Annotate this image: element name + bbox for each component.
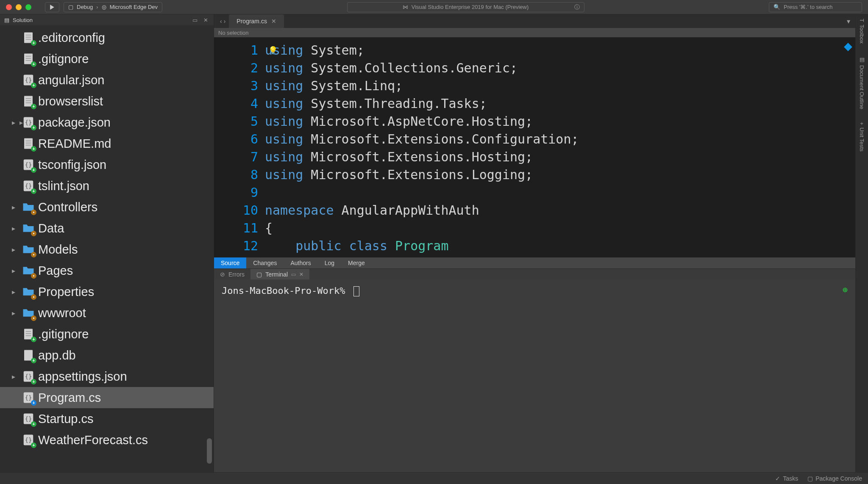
- tab-overflow-button[interactable]: ▾: [842, 14, 855, 28]
- solution-icon: ▤: [4, 17, 9, 23]
- tree-item[interactable]: •Models: [0, 239, 214, 260]
- vcs-badge-icon: +: [31, 146, 36, 152]
- tree-item[interactable]: •Properties: [0, 281, 214, 302]
- editor-breadcrumb[interactable]: No selection: [214, 28, 855, 37]
- svg-text:{}: {}: [25, 373, 32, 380]
- tree-item[interactable]: +README.md: [0, 133, 214, 154]
- lower-tab-source[interactable]: Source: [214, 257, 246, 268]
- tree-item[interactable]: •Pages: [0, 260, 214, 281]
- tab-terminal[interactable]: ▢ Terminal ▭ ✕: [250, 269, 309, 279]
- nav-forward-button[interactable]: ›: [224, 18, 226, 25]
- svg-text:{}: {}: [25, 394, 32, 401]
- terminal-cursor: [353, 286, 359, 296]
- editor-tab-strip: ‹ › Program.cs ✕ ▾: [214, 14, 855, 28]
- code-line[interactable]: public class Program: [265, 237, 855, 255]
- panel-autohide-button[interactable]: ▭: [191, 17, 199, 23]
- debug-config-label: Debug: [77, 4, 93, 10]
- tree-item[interactable]: {}+WeatherForecast.cs: [0, 429, 214, 451]
- svg-text:{}: {}: [25, 183, 32, 189]
- code-line[interactable]: using System.Threading.Tasks;: [265, 95, 855, 113]
- title-pill[interactable]: ⋈ Visual Studio Enterprise 2019 for Mac …: [347, 2, 584, 12]
- tool-label: Document Outline: [859, 65, 865, 109]
- status-package-console[interactable]: ▢ Package Console: [807, 475, 862, 482]
- terminal-panel[interactable]: Jons-MacBook-Pro-Work% ⊕: [214, 279, 855, 472]
- nav-back-button[interactable]: ‹: [220, 18, 222, 25]
- code-editor[interactable]: 💡 123456789101112 using System;using Sys…: [214, 37, 855, 257]
- code-line[interactable]: namespace AngularAppWithAuth: [265, 202, 855, 219]
- lower-tab-merge[interactable]: Merge: [341, 257, 372, 268]
- run-configuration-selector[interactable]: ▢ Debug › ◎ Microsoft Edge Dev: [64, 2, 162, 12]
- status-tasks[interactable]: ✓ Tasks: [775, 475, 798, 482]
- tree-item-label: Program.cs: [38, 391, 101, 405]
- file-icon: +: [22, 30, 35, 45]
- lower-tab-changes[interactable]: Changes: [246, 257, 284, 268]
- run-button[interactable]: [45, 2, 59, 12]
- svg-text:{}: {}: [25, 415, 32, 422]
- box-icon: ▢: [68, 4, 73, 10]
- code-line[interactable]: using Microsoft.Extensions.Configuration…: [265, 130, 855, 148]
- tool-toolbox[interactable]: T Toolbox: [859, 19, 865, 44]
- tree-item[interactable]: +.gitignore: [0, 48, 214, 69]
- json-icon: {}+: [22, 433, 35, 447]
- tree-item[interactable]: {}+tslint.json: [0, 175, 214, 196]
- tree-item[interactable]: +app.db: [0, 345, 214, 366]
- tree-item[interactable]: +.editorconfig: [0, 27, 214, 48]
- tree-item[interactable]: •Controllers: [0, 196, 214, 218]
- tree-item[interactable]: {}+package.json: [0, 112, 214, 133]
- svg-text:{}: {}: [25, 437, 32, 443]
- tab-errors[interactable]: ⊘ Errors: [214, 269, 250, 279]
- line-number: 7: [214, 148, 258, 166]
- window-traffic-lights: [6, 4, 31, 10]
- bottom-panel-tabs: ⊘ Errors ▢ Terminal ▭ ✕: [214, 268, 855, 279]
- source-control-tabs: SourceChangesAuthorsLogMerge: [214, 257, 855, 268]
- tree-item-label: Properties: [38, 285, 94, 299]
- breadcrumb-separator: ›: [96, 4, 98, 10]
- code-line[interactable]: [265, 184, 855, 202]
- vcs-badge-icon: •: [31, 273, 36, 279]
- zoom-window-button[interactable]: [25, 4, 31, 10]
- code-line[interactable]: using System.Collections.Generic;: [265, 59, 855, 77]
- svg-text:{}: {}: [25, 77, 32, 83]
- tree-item[interactable]: •wwwroot: [0, 302, 214, 324]
- code-content[interactable]: using System;using System.Collections.Ge…: [265, 37, 855, 257]
- solution-explorer-panel: ▤ Solution ▭ ✕ +.editorconfig+.gitignore…: [0, 14, 214, 472]
- code-line[interactable]: using System.Linq;: [265, 77, 855, 95]
- lower-tab-authors[interactable]: Authors: [284, 257, 317, 268]
- svg-text:{}: {}: [25, 119, 32, 126]
- line-number: 9: [214, 184, 258, 202]
- tree-item[interactable]: •Data: [0, 218, 214, 239]
- terminal-add-button[interactable]: ⊕: [843, 285, 848, 295]
- global-search-input[interactable]: 🔍 Press '⌘.' to search: [769, 2, 862, 12]
- vcs-badge-icon: +: [31, 61, 36, 67]
- code-line[interactable]: using Microsoft.AspNetCore.Hosting;: [265, 113, 855, 130]
- lower-tab-log[interactable]: Log: [318, 257, 341, 268]
- errors-icon: ⊘: [220, 271, 225, 278]
- close-window-button[interactable]: [6, 4, 12, 10]
- editor-tab-program[interactable]: Program.cs ✕: [229, 14, 284, 28]
- tree-item[interactable]: +browserslist: [0, 91, 214, 112]
- line-number: 11: [214, 219, 258, 237]
- tree-item[interactable]: {}+tsconfig.json: [0, 154, 214, 175]
- vcs-badge-icon: +: [31, 358, 36, 363]
- minimize-window-button[interactable]: [16, 4, 22, 10]
- tree-item-label: tslint.json: [38, 179, 89, 193]
- solution-tree[interactable]: +.editorconfig+.gitignore{}+angular.json…: [0, 25, 214, 472]
- tab-close-button[interactable]: ✕: [271, 18, 276, 25]
- tree-item[interactable]: {}+Program.cs: [0, 387, 214, 408]
- panel-close-button[interactable]: ✕: [202, 17, 209, 23]
- code-line[interactable]: using Microsoft.Extensions.Logging;: [265, 166, 855, 184]
- lightbulb-icon[interactable]: 💡: [268, 41, 278, 59]
- tree-item[interactable]: +.gitignore: [0, 324, 214, 345]
- play-icon: [50, 5, 55, 10]
- tree-item[interactable]: {}+appsettings.json: [0, 366, 214, 387]
- json-icon: {}+: [22, 158, 35, 172]
- tree-item[interactable]: {}+angular.json: [0, 69, 214, 91]
- code-line[interactable]: using System;: [265, 41, 855, 59]
- terminal-autohide-button[interactable]: ▭: [291, 271, 296, 277]
- tree-item[interactable]: {}+Startup.cs: [0, 408, 214, 429]
- terminal-close-button[interactable]: ✕: [299, 271, 303, 277]
- code-line[interactable]: using Microsoft.Extensions.Hosting;: [265, 148, 855, 166]
- tool-unit-tests[interactable]: + Unit Tests: [859, 122, 865, 152]
- code-line[interactable]: {: [265, 219, 855, 237]
- tool-document-outline[interactable]: ▤ Document Outline: [859, 56, 865, 109]
